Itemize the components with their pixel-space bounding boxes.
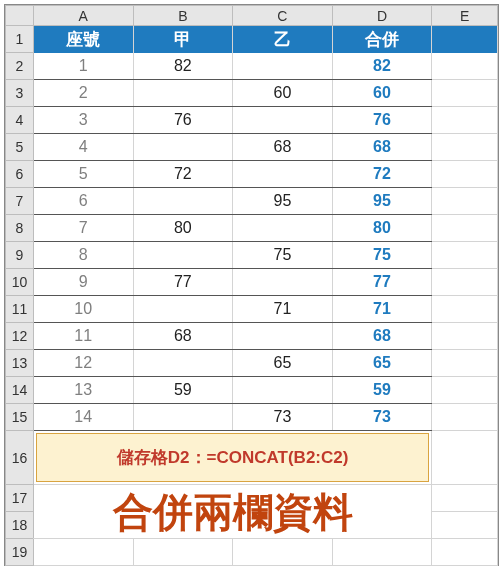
row-header-8[interactable]: 8 [6,215,34,242]
row-header-11[interactable]: 11 [6,296,34,323]
cell-C5[interactable]: 68 [233,134,333,161]
cell-B2[interactable]: 82 [133,53,233,80]
cell-B13[interactable] [133,350,233,377]
cell-D15[interactable]: 73 [332,404,432,431]
cell-B9[interactable] [133,242,233,269]
cell-E18[interactable] [432,512,498,539]
cell-A4[interactable]: 3 [33,107,133,134]
cell-C1[interactable]: 乙 [233,26,333,53]
cell-D7[interactable]: 95 [332,188,432,215]
cell-A11[interactable]: 10 [33,296,133,323]
cell-B6[interactable]: 72 [133,161,233,188]
cell-C19[interactable] [233,539,333,566]
row-header-1[interactable]: 1 [6,26,34,53]
row-header-12[interactable]: 12 [6,323,34,350]
cell-E5[interactable] [432,134,498,161]
cell-E4[interactable] [432,107,498,134]
cell-A14[interactable]: 13 [33,377,133,404]
cell-B10[interactable]: 77 [133,269,233,296]
col-header-C[interactable]: C [233,6,333,26]
cell-A15[interactable]: 14 [33,404,133,431]
cell-E14[interactable] [432,377,498,404]
cell-A3[interactable]: 2 [33,80,133,107]
cell-D5[interactable]: 68 [332,134,432,161]
cell-A9[interactable]: 8 [33,242,133,269]
cell-C2[interactable] [233,53,333,80]
cell-C10[interactable] [233,269,333,296]
grid[interactable]: A B C D E 1 座號 甲 乙 合併 218282326060437676… [5,5,498,566]
row-header-3[interactable]: 3 [6,80,34,107]
cell-C15[interactable]: 73 [233,404,333,431]
cell-B12[interactable]: 68 [133,323,233,350]
cell-A8[interactable]: 7 [33,215,133,242]
cell-C6[interactable] [233,161,333,188]
cell-C11[interactable]: 71 [233,296,333,323]
cell-E9[interactable] [432,242,498,269]
row-header-19[interactable]: 19 [6,539,34,566]
select-all-corner[interactable] [6,6,34,26]
cell-A7[interactable]: 6 [33,188,133,215]
cell-A13[interactable]: 12 [33,350,133,377]
row-header-14[interactable]: 14 [6,377,34,404]
cell-C14[interactable] [233,377,333,404]
cell-D9[interactable]: 75 [332,242,432,269]
row-header-16[interactable]: 16 [6,431,34,485]
cell-C8[interactable] [233,215,333,242]
cell-B11[interactable] [133,296,233,323]
cell-C13[interactable]: 65 [233,350,333,377]
col-header-A[interactable]: A [33,6,133,26]
cell-D6[interactable]: 72 [332,161,432,188]
cell-B14[interactable]: 59 [133,377,233,404]
col-header-B[interactable]: B [133,6,233,26]
cell-A6[interactable]: 5 [33,161,133,188]
cell-A19[interactable] [33,539,133,566]
cell-D3[interactable]: 60 [332,80,432,107]
cell-C9[interactable]: 75 [233,242,333,269]
row-header-17[interactable]: 17 [6,485,34,512]
cell-B5[interactable] [133,134,233,161]
cell-C3[interactable]: 60 [233,80,333,107]
row-header-2[interactable]: 2 [6,53,34,80]
cell-E1[interactable] [432,26,498,53]
cell-D12[interactable]: 68 [332,323,432,350]
title-cell[interactable]: 合併兩欄資料 [33,485,431,539]
cell-A12[interactable]: 11 [33,323,133,350]
row-header-7[interactable]: 7 [6,188,34,215]
cell-E6[interactable] [432,161,498,188]
cell-C7[interactable]: 95 [233,188,333,215]
cell-A10[interactable]: 9 [33,269,133,296]
cell-C12[interactable] [233,323,333,350]
row-header-15[interactable]: 15 [6,404,34,431]
row-header-10[interactable]: 10 [6,269,34,296]
cell-C4[interactable] [233,107,333,134]
cell-D11[interactable]: 71 [332,296,432,323]
row-header-4[interactable]: 4 [6,107,34,134]
cell-A5[interactable]: 4 [33,134,133,161]
cell-A2[interactable]: 1 [33,53,133,80]
cell-B7[interactable] [133,188,233,215]
row-header-6[interactable]: 6 [6,161,34,188]
col-header-E[interactable]: E [432,6,498,26]
cell-E17[interactable] [432,485,498,512]
cell-B1[interactable]: 甲 [133,26,233,53]
cell-B15[interactable] [133,404,233,431]
cell-E8[interactable] [432,215,498,242]
cell-B4[interactable]: 76 [133,107,233,134]
cell-A1[interactable]: 座號 [33,26,133,53]
cell-B19[interactable] [133,539,233,566]
cell-E7[interactable] [432,188,498,215]
cell-D19[interactable] [332,539,432,566]
row-header-18[interactable]: 18 [6,512,34,539]
cell-D8[interactable]: 80 [332,215,432,242]
formula-cell[interactable]: 儲存格D2：=CONCAT(B2:C2) [33,431,431,485]
cell-E15[interactable] [432,404,498,431]
cell-E19[interactable] [432,539,498,566]
cell-E12[interactable] [432,323,498,350]
row-header-5[interactable]: 5 [6,134,34,161]
col-header-D[interactable]: D [332,6,432,26]
cell-E3[interactable] [432,80,498,107]
row-header-9[interactable]: 9 [6,242,34,269]
cell-E2[interactable] [432,53,498,80]
cell-D2[interactable]: 82 [332,53,432,80]
cell-E10[interactable] [432,269,498,296]
